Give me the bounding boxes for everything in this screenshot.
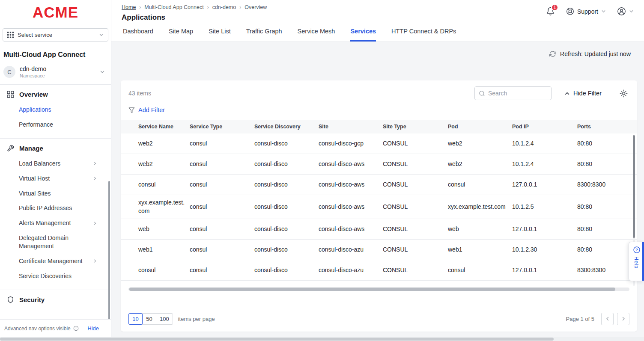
tab-site-list[interactable]: Site List <box>209 28 231 42</box>
refresh-icon[interactable] <box>549 50 556 57</box>
sidebar-section-overview[interactable]: Overview <box>0 85 111 102</box>
sidebar-item-virtual-host[interactable]: Virtual Host <box>0 171 111 186</box>
service-selector[interactable]: Select service <box>3 28 108 42</box>
items-count: 43 items <box>128 90 151 97</box>
sidebar-footer: Advanced nav options visible Hide <box>0 319 111 337</box>
sidebar-item-applications[interactable]: Applications <box>0 102 111 117</box>
tab-http-connect-drps[interactable]: HTTP Connect & DRPs <box>391 28 456 42</box>
table-row[interactable]: xyx.example.test.com consul consul-disco… <box>121 195 637 219</box>
column-header-site-type: Site Type <box>383 124 448 130</box>
cell-site-type: CONSUL <box>383 263 448 278</box>
cell-site-type: CONSUL <box>383 199 448 215</box>
sidebar-item-load-balancers[interactable]: Load Balancers <box>0 156 111 171</box>
scrollbar-thumb[interactable] <box>0 338 554 341</box>
cell-pod: web2 <box>448 157 512 172</box>
cell-pod-ip: 127.0.0.1 <box>512 222 577 237</box>
cell-site: consul-disco-aws <box>319 157 383 172</box>
cell-service-name: consul <box>138 177 190 193</box>
hide-filter-toggle[interactable]: Hide Filter <box>564 90 602 97</box>
sidebar-item-virtual-sites[interactable]: Virtual Sites <box>0 186 111 201</box>
page-size-100[interactable]: 100 <box>156 313 173 325</box>
next-page-button[interactable] <box>617 313 629 325</box>
cell-service-name: web1 <box>138 242 190 258</box>
sidebar-section-security[interactable]: Security <box>0 290 111 308</box>
table-row[interactable]: web1 consul consul-disco consul-disco-az… <box>121 240 637 260</box>
page-horizontal-scrollbar <box>0 337 644 341</box>
chevron-right-icon: › <box>207 4 209 10</box>
sidebar-section-label: Security <box>19 296 45 303</box>
sidebar-item-performance[interactable]: Performance <box>0 117 111 132</box>
table-row[interactable]: consul consul consul-disco consul-disco-… <box>121 260 637 281</box>
sidebar-scrollbar[interactable] <box>108 181 110 341</box>
advanced-nav-text: Advanced nav options visible <box>4 326 71 332</box>
sidebar-item-label: Service Discoveries <box>19 272 72 280</box>
logo-text: ACME <box>33 4 78 21</box>
scrollbar-thumb[interactable] <box>129 288 615 291</box>
cell-service-name: consul <box>138 263 190 278</box>
table-row[interactable]: web consul consul-disco consul-disco-aws… <box>121 219 637 240</box>
sidebar-section-manage[interactable]: Manage <box>0 139 111 156</box>
cell-ports: 8300:8300 <box>577 263 625 278</box>
cell-site: consul-disco-aws <box>319 222 383 237</box>
sidebar-item-label: Alerts Management <box>19 219 71 227</box>
sidebar-item-certificate-management[interactable]: Certificate Management <box>0 254 111 269</box>
tab-services[interactable]: Services <box>350 28 376 42</box>
previous-page-button[interactable] <box>601 313 614 325</box>
pagination: 10 50 100 items per page Page 1 of 5 <box>121 312 637 332</box>
chevron-up-icon <box>564 91 570 96</box>
cell-service-type: consul <box>190 222 254 237</box>
scrollbar-thumb[interactable] <box>633 135 635 238</box>
cell-pod-ip: 10.1.2.30 <box>512 242 577 258</box>
cell-ports: 80:80 <box>577 222 625 237</box>
cell-pod-ip: 10.1.2.4 <box>512 136 577 151</box>
sidebar-item-public-ip-addresses[interactable]: Public IP Addresses <box>0 201 111 216</box>
table-horizontal-scrollbar <box>128 288 629 291</box>
tab-site-map[interactable]: Site Map <box>169 28 193 42</box>
cell-site: consul-disco-azu <box>319 242 383 258</box>
page-size-10[interactable]: 10 <box>128 313 143 325</box>
sidebar-item-label: Load Balancers <box>19 160 60 168</box>
main-area: Home › Multi-Cloud App Connect › cdn-dem… <box>111 0 644 341</box>
add-filter-button[interactable]: Add Filter <box>128 105 629 115</box>
cell-pod: xyx.example.test.com <box>448 199 512 215</box>
sidebar-item-label: Public IP Addresses <box>19 204 72 212</box>
app-grid-icon <box>7 32 14 38</box>
sidebar-item-delegated-domain-management[interactable]: Delegated Domain Management <box>0 231 111 254</box>
cell-service-type: consul <box>190 177 254 193</box>
notifications-button[interactable]: 1 <box>546 7 555 16</box>
breadcrumb-cdn-demo[interactable]: cdn-demo <box>212 4 236 10</box>
breadcrumb-multi-cloud-app-connect[interactable]: Multi-Cloud App Connect <box>144 4 203 10</box>
cell-ports: 80:80 <box>577 199 625 215</box>
column-header-ports: Ports <box>577 124 625 130</box>
tab-service-mesh[interactable]: Service Mesh <box>298 28 335 42</box>
table-row[interactable]: web2 consul consul-disco consul-disco-gc… <box>121 133 637 154</box>
tab-traffic-graph[interactable]: Traffic Graph <box>246 28 282 42</box>
namespace-selector[interactable]: C cdn-demo Namespace <box>0 59 111 84</box>
support-menu[interactable]: Support <box>566 7 606 15</box>
search-box[interactable] <box>474 86 552 100</box>
hide-nav-link[interactable]: Hide <box>87 325 99 332</box>
sidebar-item-label: Certificate Management <box>19 257 83 265</box>
column-header-service-name: Service Name <box>138 124 190 130</box>
page-info: Page 1 of 5 <box>566 316 595 322</box>
sidebar-item-alerts-management[interactable]: Alerts Management <box>0 216 111 231</box>
cell-service-type: consul <box>190 242 254 258</box>
table-row[interactable]: consul consul consul-disco consul-disco-… <box>121 175 637 195</box>
search-input[interactable] <box>488 90 547 97</box>
chevron-down-icon <box>601 9 606 14</box>
page-size-50[interactable]: 50 <box>142 313 156 325</box>
chevron-right-icon <box>93 161 97 166</box>
tab-dashboard[interactable]: Dashboard <box>123 28 153 42</box>
chevron-down-icon <box>99 33 104 37</box>
chevron-right-icon: › <box>239 4 241 10</box>
table-row[interactable]: web2 consul consul-disco consul-disco-aw… <box>121 154 637 175</box>
account-menu[interactable] <box>617 7 634 16</box>
help-tab[interactable]: ? Help <box>629 242 644 281</box>
refresh-status: Refresh: Updated just now <box>111 42 644 57</box>
breadcrumb-home[interactable]: Home <box>122 4 136 10</box>
info-icon[interactable] <box>73 326 79 331</box>
sidebar-item-service-discoveries[interactable]: Service Discoveries <box>0 269 111 284</box>
column-header-service-type: Service Type <box>190 124 254 130</box>
gear-icon[interactable] <box>620 89 628 98</box>
page-nav <box>601 313 629 325</box>
